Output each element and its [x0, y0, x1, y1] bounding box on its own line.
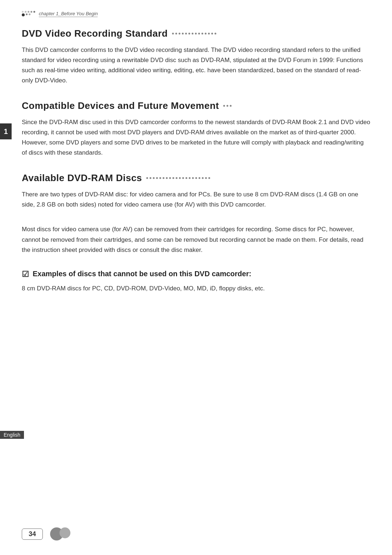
checkbox-section: ☑ Examples of discs that cannot be used … — [22, 270, 370, 294]
section-dots-dvd-video — [172, 33, 216, 34]
section-body-compatible-devices: Since the DVD-RAM disc used in this DVD … — [22, 117, 370, 158]
section-title-compatible-devices: Compatible Devices and Future Movement — [22, 100, 370, 111]
checkbox-title: ☑ Examples of discs that cannot be used … — [22, 270, 370, 279]
chapter-number-tab: 1 — [0, 123, 12, 139]
chapter-header: chapter 1_Before You Begin — [22, 7, 370, 17]
footer-circles-icon — [54, 527, 70, 540]
page-footer: 34 — [22, 527, 370, 540]
chapter-dots-icon — [22, 11, 35, 17]
circle-icon-small — [60, 527, 70, 538]
section-dots-compatible — [223, 105, 232, 107]
section-dots-available — [146, 177, 210, 179]
section-dvd-video: DVD Video Recording Standard This DVD ca… — [22, 28, 370, 86]
section-title-dvd-video: DVD Video Recording Standard — [22, 28, 370, 39]
section-title-available-discs: Available DVD-RAM Discs — [22, 172, 370, 184]
checkbox-icon: ☑ — [22, 270, 29, 279]
section-available-discs: Available DVD-RAM Discs There are two ty… — [22, 172, 370, 255]
section-body-dvd-video: This DVD camcorder conforms to the DVD v… — [22, 45, 370, 86]
page-container: chapter 1_Before You Begin 1 DVD Video R… — [0, 0, 392, 555]
section-body-available-discs-1: There are two types of DVD-RAM disc: for… — [22, 189, 370, 210]
chapter-text: chapter 1_Before You Begin — [39, 11, 98, 17]
section-compatible-devices: Compatible Devices and Future Movement S… — [22, 100, 370, 158]
language-label: English — [0, 431, 24, 439]
section-body-available-discs-2: Most discs for video camera use (for AV)… — [22, 224, 370, 255]
checkbox-body: 8 cm DVD-RAM discs for PC, CD, DVD-ROM, … — [22, 283, 370, 294]
page-number: 34 — [22, 529, 43, 540]
